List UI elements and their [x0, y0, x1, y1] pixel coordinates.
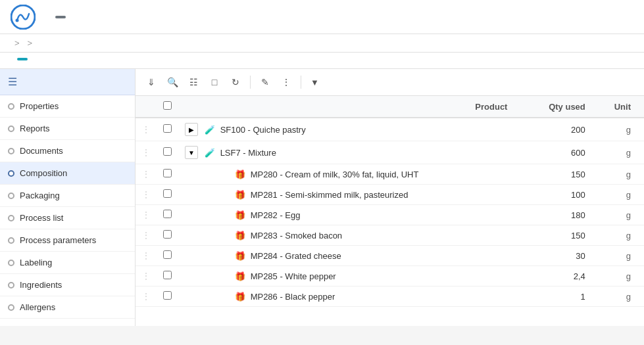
col-check	[157, 96, 178, 118]
drag-handle-icon[interactable]: ⋮	[142, 231, 150, 240]
col-unit: Unit	[592, 96, 644, 118]
row-checkbox-mp284[interactable]	[163, 250, 172, 259]
row-checkbox-mp286[interactable]	[163, 291, 172, 300]
drag-handle-icon[interactable]: ⋮	[142, 148, 150, 157]
table-area: Product Qty used Unit ⋮ ▶ 🧪 SF100 - Quic…	[136, 96, 644, 326]
sidebar: ☰ Properties Reports Documents Compositi…	[0, 69, 136, 326]
drag-handle-cell: ⋮	[136, 185, 157, 205]
breadcrumb: > >	[0, 34, 644, 53]
qty-cell-lsf7: 600	[520, 141, 591, 164]
check-cell	[157, 266, 178, 287]
sidebar-item-allergens[interactable]: Allergens	[0, 296, 135, 319]
expand-cell	[178, 185, 205, 205]
sidebar-item-composition[interactable]: Composition	[0, 162, 135, 185]
sidebar-item-properties[interactable]: Properties	[0, 95, 135, 118]
row-checkbox-mp285[interactable]	[163, 271, 172, 279]
sidebar-item-documents[interactable]: Documents	[0, 140, 135, 162]
drag-handle-icon[interactable]: ⋮	[142, 190, 150, 199]
more-button[interactable]: ⋮	[277, 73, 295, 91]
drag-handle-cell: ⋮	[136, 205, 157, 225]
product-table: Product Qty used Unit ⋮ ▶ 🧪 SF100 - Quic…	[136, 96, 644, 307]
row-checkbox-lsf7[interactable]	[163, 147, 172, 156]
fullscreen-button[interactable]: □	[205, 73, 224, 91]
sidebar-label-ingredients: Ingredients	[20, 280, 62, 290]
row-checkbox-mp281[interactable]	[163, 189, 172, 198]
columns-button[interactable]: ☷	[184, 73, 203, 91]
drag-handle-cell: ⋮	[136, 225, 157, 246]
check-cell	[157, 141, 178, 164]
zoom-button[interactable]: 🔍	[163, 73, 182, 91]
sidebar-label-documents: Documents	[20, 146, 63, 156]
qty-cell-mp282: 180	[520, 205, 591, 225]
finished-product-icon: ☰	[8, 76, 17, 88]
sidebar-label-packaging: Packaging	[20, 191, 60, 200]
drag-handle-icon[interactable]: ⋮	[142, 125, 150, 134]
product-name-mp285: MP285 - White pepper	[251, 271, 336, 281]
content-area: ⇓ 🔍 ☷ □ ↻ ✎ ⋮ ▼ Product Qty used	[136, 69, 644, 326]
drag-handle-icon[interactable]: ⋮	[142, 210, 150, 219]
drag-handle-icon[interactable]: ⋮	[142, 251, 150, 260]
refresh-button[interactable]: ↻	[226, 73, 245, 91]
unit-cell-mp286: g	[592, 287, 644, 307]
sidebar-dot-ingredients	[8, 282, 14, 288]
sidebar-item-process-parameters[interactable]: Process parameters	[0, 229, 135, 252]
sidebar-item-costs[interactable]: Costs	[0, 319, 135, 326]
drag-handle-cell: ⋮	[136, 141, 157, 164]
sidebar-item-reports[interactable]: Reports	[0, 118, 135, 140]
expand-btn-lsf7[interactable]: ▼	[185, 146, 198, 159]
qty-cell-mp284: 30	[520, 246, 591, 266]
drag-handle-cell: ⋮	[136, 164, 157, 185]
drag-handle-icon[interactable]: ⋮	[142, 271, 150, 281]
sidebar-item-process-list[interactable]: Process list	[0, 207, 135, 229]
unit-cell-mp284: g	[592, 246, 644, 266]
product-cell: 🧪 LSF7 - Mixture	[205, 141, 520, 164]
qty-cell-mp286: 1	[520, 287, 591, 307]
edit-button[interactable]: ✎	[256, 73, 274, 91]
table-header-row: Product Qty used Unit	[136, 96, 644, 118]
product-emoji: 🧪	[205, 125, 215, 135]
product-name-mp286: MP286 - Black pepper	[251, 292, 335, 302]
table-row: ⋮ 🎁 MP284 - Grated cheese 30 g	[136, 246, 644, 266]
breadcrumb-sep2: >	[28, 38, 33, 48]
check-cell	[157, 205, 178, 225]
sidebar-dot-packaging	[8, 193, 14, 199]
toolbar-divider2	[301, 76, 301, 89]
expand-cell	[178, 287, 205, 307]
sidebar-label-labeling: Labeling	[20, 258, 52, 267]
drag-handle-icon[interactable]: ⋮	[142, 292, 150, 301]
product-cell: 🎁 MP283 - Smoked bacon	[205, 225, 520, 246]
sidebar-label-composition: Composition	[20, 168, 67, 178]
expand-cell	[178, 225, 205, 246]
sidebar-dot-allergens	[8, 304, 14, 311]
expand-cell	[178, 266, 205, 287]
col-expand	[178, 96, 205, 118]
qty-cell-mp283: 150	[520, 225, 591, 246]
row-checkbox-mp283[interactable]	[163, 230, 172, 239]
table-row: ⋮ 🎁 MP281 - Semi-skimmed milk, pasteuriz…	[136, 185, 644, 205]
sidebar-item-packaging[interactable]: Packaging	[0, 185, 135, 207]
product-name-mp281: MP281 - Semi-skimmed milk, pasteurized	[251, 190, 409, 200]
sidebar-item-labeling[interactable]: Labeling	[0, 252, 135, 274]
toolbar-divider	[250, 76, 251, 89]
select-all-checkbox[interactable]	[163, 101, 172, 110]
expand-btn-sf100[interactable]: ▶	[185, 123, 198, 136]
app-logo	[11, 5, 36, 30]
dropdown-button[interactable]: ▼	[307, 75, 323, 90]
product-emoji: 🎁	[235, 190, 245, 200]
product-cell: 🧪 SF100 - Quiche pastry	[205, 118, 520, 141]
sidebar-item-ingredients[interactable]: Ingredients	[0, 274, 135, 296]
unit-cell-mp281: g	[592, 185, 644, 205]
page-title-bar	[0, 53, 644, 69]
drag-handle-icon[interactable]: ⋮	[142, 170, 150, 179]
row-checkbox-sf100[interactable]	[163, 124, 172, 133]
export-button[interactable]: ⇓	[142, 73, 161, 91]
col-qty: Qty used	[520, 96, 591, 118]
sidebar-dot-process-list	[8, 215, 14, 221]
expand-cell: ▶	[178, 118, 205, 141]
drag-handle-cell: ⋮	[136, 287, 157, 307]
row-checkbox-mp282[interactable]	[163, 210, 172, 218]
expand-cell	[178, 164, 205, 185]
product-cell: 🎁 MP286 - Black pepper	[205, 287, 520, 307]
row-checkbox-mp280[interactable]	[163, 169, 172, 177]
product-emoji: 🎁	[235, 251, 245, 261]
